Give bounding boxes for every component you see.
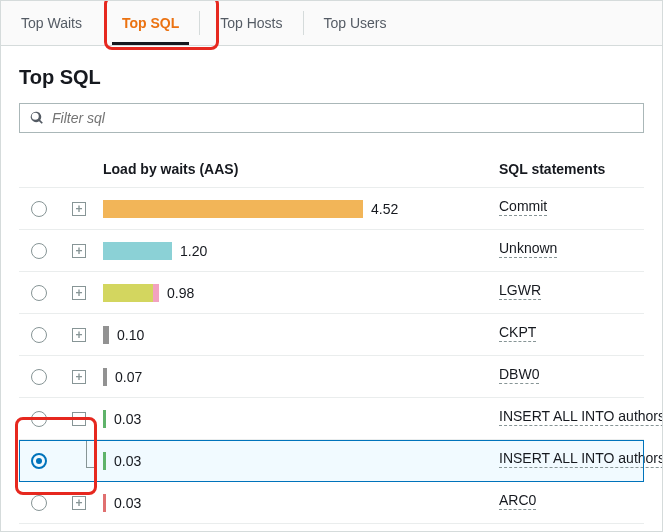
row-radio[interactable] (31, 201, 47, 217)
bar-segment (103, 368, 107, 386)
load-value: 1.20 (180, 243, 207, 259)
load-bar: 0.03 (103, 452, 479, 470)
table-row: +4.52Commit (19, 188, 644, 230)
bar-segment (103, 494, 106, 512)
load-bar: 0.03 (103, 494, 479, 512)
tab-top-sql[interactable]: Top SQL (102, 1, 199, 45)
expand-icon[interactable]: + (72, 496, 86, 510)
row-radio[interactable] (31, 243, 47, 259)
sql-statement-link[interactable]: CKPT (499, 324, 536, 342)
search-container (19, 103, 644, 133)
table-row: +0.03ARC0 (19, 482, 644, 524)
expand-icon[interactable]: + (72, 202, 86, 216)
row-radio[interactable] (31, 369, 47, 385)
column-header-sql[interactable]: SQL statements (479, 161, 644, 177)
collapse-icon[interactable]: − (72, 412, 86, 426)
expand-icon[interactable]: + (72, 244, 86, 258)
bar-segment (103, 200, 363, 218)
bar-segment (153, 284, 159, 302)
load-value: 0.10 (117, 327, 144, 343)
search-input[interactable] (52, 110, 633, 126)
expand-icon[interactable]: + (72, 286, 86, 300)
table-body: +4.52Commit+1.20Unknown+0.98LGWR+0.10CKP… (19, 188, 644, 524)
load-bar: 0.98 (103, 284, 479, 302)
sql-statement-link[interactable]: INSERT ALL INTO authors (id (499, 408, 663, 426)
load-bar: 0.03 (103, 410, 479, 428)
table-row: +0.10CKPT (19, 314, 644, 356)
row-radio[interactable] (31, 453, 47, 469)
sql-statement-link[interactable]: Unknown (499, 240, 557, 258)
tab-top-users[interactable]: Top Users (304, 1, 407, 45)
table-row: +0.07DBW0 (19, 356, 644, 398)
table-header: Load by waits (AAS) SQL statements (19, 151, 644, 188)
load-bar: 4.52 (103, 200, 479, 218)
column-header-load[interactable]: Load by waits (AAS) (99, 161, 479, 177)
row-radio[interactable] (31, 285, 47, 301)
search-icon (30, 111, 44, 125)
load-value: 4.52 (371, 201, 398, 217)
sql-statement-link[interactable]: Commit (499, 198, 547, 216)
table-row: +0.98LGWR (19, 272, 644, 314)
table-row: 0.03INSERT ALL INTO authors (id (19, 440, 644, 482)
expand-icon[interactable]: + (72, 370, 86, 384)
bar-segment (103, 284, 153, 302)
expand-icon[interactable]: + (72, 328, 86, 342)
panel-top-sql: Top SQL Load by waits (AAS) SQL statemen… (1, 46, 662, 524)
panel-title: Top SQL (19, 66, 644, 89)
load-value: 0.03 (114, 495, 141, 511)
load-bar: 0.07 (103, 368, 479, 386)
table-row: +1.20Unknown (19, 230, 644, 272)
bar-segment (103, 410, 106, 428)
row-radio[interactable] (31, 327, 47, 343)
load-value: 0.03 (114, 411, 141, 427)
bar-segment (103, 326, 109, 344)
load-value: 0.07 (115, 369, 142, 385)
sql-statement-link[interactable]: DBW0 (499, 366, 539, 384)
bar-segment (103, 452, 106, 470)
load-value: 0.03 (114, 453, 141, 469)
load-bar: 1.20 (103, 242, 479, 260)
tab-top-hosts[interactable]: Top Hosts (200, 1, 302, 45)
tabs-bar: Top Waits Top SQL Top Hosts Top Users (1, 1, 662, 46)
tab-top-waits[interactable]: Top Waits (1, 1, 102, 45)
load-bar: 0.10 (103, 326, 479, 344)
load-value: 0.98 (167, 285, 194, 301)
row-radio[interactable] (31, 411, 47, 427)
sql-statement-link[interactable]: LGWR (499, 282, 541, 300)
row-radio[interactable] (31, 495, 47, 511)
table-row: −0.03INSERT ALL INTO authors (id (19, 398, 644, 440)
sql-statement-link[interactable]: INSERT ALL INTO authors (id (499, 450, 663, 468)
sql-statement-link[interactable]: ARC0 (499, 492, 536, 510)
bar-segment (103, 242, 172, 260)
